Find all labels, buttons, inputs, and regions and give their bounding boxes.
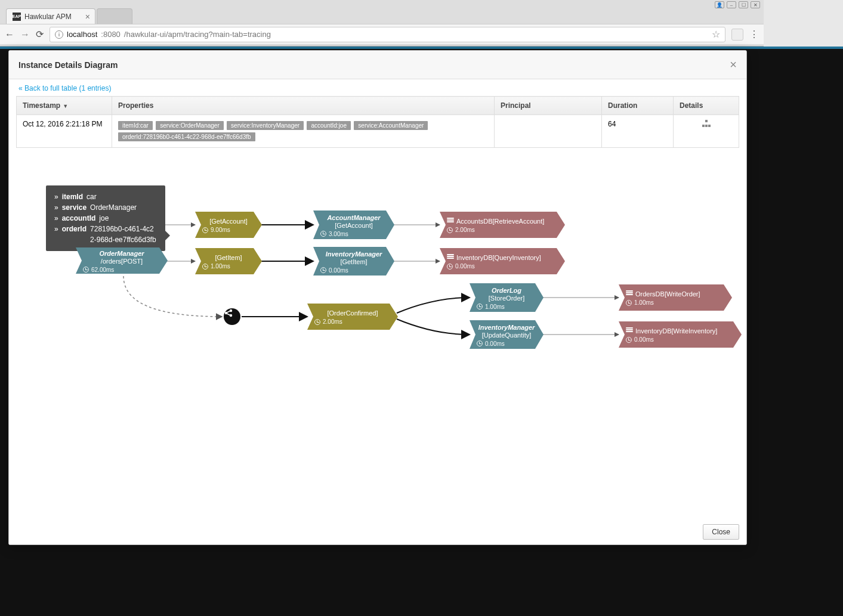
clock-icon	[626, 300, 632, 306]
instance-table: Timestamp▼ Properties Principal Duration…	[16, 96, 739, 148]
property-tag: accountId:joe	[307, 121, 351, 130]
url-path: /hawkular-ui/apm/tracing?main-tab=tracin…	[124, 30, 271, 39]
modal-close-icon[interactable]: ×	[730, 58, 737, 72]
clock-icon	[447, 264, 453, 270]
tab-close-icon[interactable]: ×	[85, 12, 90, 21]
clock-icon	[447, 227, 453, 233]
url-host: localhost	[67, 30, 97, 39]
database-icon	[447, 218, 454, 225]
cell-duration: 64	[602, 115, 674, 148]
url-port: :8080	[101, 30, 121, 39]
col-timestamp[interactable]: Timestamp▼	[17, 97, 112, 115]
tab-strip: EAP Hawkular APM ×	[0, 6, 764, 24]
clock-icon	[320, 231, 326, 237]
share-icon	[224, 308, 233, 318]
site-info-icon[interactable]: i	[55, 30, 63, 39]
trace-diagram[interactable]: » itemId car » service OrderManager » ac…	[16, 181, 739, 516]
node-tooltip: » itemId car » service OrderManager » ac…	[46, 185, 165, 251]
close-button[interactable]: Close	[703, 524, 739, 540]
extension-icon[interactable]	[731, 29, 743, 41]
reload-button[interactable]: ⟳	[36, 29, 44, 40]
cell-principal	[495, 115, 602, 148]
node-get-item[interactable]: [GetItem]1.00ms	[195, 248, 262, 274]
clock-icon	[314, 319, 320, 325]
property-tag: service:InventoryManager	[227, 121, 304, 130]
node-order-confirmed[interactable]: [OrderConfirmed]2.00ms	[307, 304, 398, 330]
back-button[interactable]: ←	[5, 29, 14, 40]
node-inventory-manager[interactable]: InventoryManager[GetItem]0.00ms	[313, 247, 394, 276]
property-tag: orderId:728196b0-c461-4c22-968d-ee7ffc66…	[118, 132, 255, 141]
new-tab-placeholder[interactable]	[97, 8, 132, 24]
node-get-account[interactable]: [GetAccount]9.00ms	[195, 212, 262, 238]
window-close-icon[interactable]: ✕	[751, 1, 760, 8]
cell-details[interactable]	[674, 115, 739, 148]
forward-button: →	[20, 29, 30, 40]
col-details: Details	[674, 97, 739, 115]
node-account-manager[interactable]: AccountManager[GetAccount]3.00ms	[313, 211, 394, 239]
window-controls: 👤 – ☐ ✕	[0, 0, 764, 6]
node-orders-db[interactable]: OrdersDB[WriteOrder]1.00ms	[619, 284, 732, 311]
node-order-log[interactable]: OrderLog[StoreOrder]1.00ms	[470, 283, 544, 312]
cell-timestamp: Oct 12, 2016 2:21:18 PM	[17, 115, 112, 148]
database-icon	[626, 327, 633, 335]
modal-body: « Back to full table (1 entries) Timesta…	[9, 79, 746, 519]
window-maximize-icon[interactable]: ☐	[739, 1, 748, 8]
property-tag: service:AccountManager	[354, 121, 428, 130]
modal-backdrop: Instance Details Diagram × « Back to ful…	[0, 47, 764, 559]
browser-chrome: 👤 – ☐ ✕ EAP Hawkular APM × ← → ⟳ i local…	[0, 0, 764, 47]
property-tag: service:OrderManager	[156, 121, 223, 130]
tab-title: Hawkular APM	[24, 13, 72, 21]
node-inventory-db-write[interactable]: InventoryDB[WriteInventory]0.00ms	[619, 321, 742, 348]
database-icon	[626, 290, 633, 298]
page-area: Instance Details Diagram × « Back to ful…	[0, 47, 764, 559]
modal-footer: Close	[9, 519, 746, 544]
cell-properties: itemId:car service:OrderManager service:…	[112, 115, 495, 148]
col-properties[interactable]: Properties	[112, 97, 495, 115]
clock-icon	[202, 264, 208, 270]
bookmark-star-icon[interactable]: ☆	[712, 29, 720, 40]
browser-toolbar: ← → ⟳ i localhost:8080/hawkular-ui/apm/t…	[0, 24, 764, 44]
browser-tab[interactable]: EAP Hawkular APM ×	[6, 8, 95, 24]
user-icon[interactable]: 👤	[715, 1, 724, 8]
svg-line-12	[227, 311, 230, 313]
favicon-icon: EAP	[13, 13, 21, 21]
svg-line-13	[227, 314, 230, 315]
browser-menu-icon[interactable]: ⋮	[749, 29, 759, 40]
node-inventory-manager-update[interactable]: InventoryManager[UpdateQuantity]0.00ms	[470, 320, 544, 349]
clock-icon	[626, 337, 632, 343]
sort-caret-icon: ▼	[63, 103, 68, 109]
window-minimize-icon[interactable]: –	[727, 1, 736, 8]
col-principal[interactable]: Principal	[495, 97, 602, 115]
svg-point-10	[230, 309, 232, 312]
node-inventory-db-query[interactable]: InventoryDB[QueryInventory]0.00ms	[440, 248, 565, 274]
modal-header: Instance Details Diagram ×	[9, 51, 746, 79]
svg-point-11	[230, 314, 232, 317]
clock-icon	[477, 340, 483, 346]
clock-icon	[83, 267, 89, 273]
table-row: Oct 12, 2016 2:21:18 PM itemId:car servi…	[17, 115, 739, 148]
node-order-manager[interactable]: OrderManager/orders[POST]62.00ms	[76, 247, 168, 274]
address-bar[interactable]: i localhost:8080/hawkular-ui/apm/tracing…	[50, 27, 725, 42]
database-icon	[447, 254, 454, 261]
property-tag: itemId:car	[118, 121, 153, 130]
clock-icon	[202, 227, 208, 233]
instance-details-modal: Instance Details Diagram × « Back to ful…	[8, 50, 747, 545]
clock-icon	[477, 304, 483, 309]
node-accounts-db[interactable]: AccountsDB[RetrieveAccount]2.00ms	[440, 212, 565, 238]
back-to-table-link[interactable]: « Back to full table (1 entries)	[9, 79, 746, 95]
modal-title: Instance Details Diagram	[18, 60, 118, 70]
col-duration[interactable]: Duration	[602, 97, 674, 115]
share-node-icon[interactable]	[224, 308, 240, 325]
clock-icon	[320, 267, 326, 273]
diagram-icon	[702, 120, 711, 127]
